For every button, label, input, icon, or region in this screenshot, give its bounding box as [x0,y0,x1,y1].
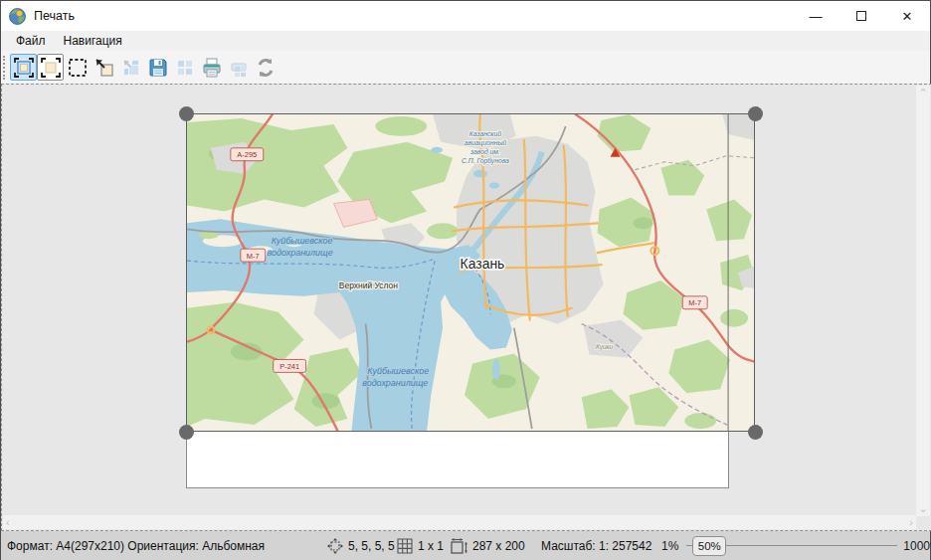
zoom-slider-track[interactable]: 50% [686,531,897,560]
plant-label-line4: С.П. Горбунова [462,157,509,165]
menu-navigation[interactable]: Навигация [57,32,129,50]
reservoir-label-1-line2: водохранилище [268,248,333,258]
print-button[interactable] [198,54,225,81]
globe-icon [9,8,26,25]
print-tiles-icon [227,56,251,80]
menu-bar: Файл Навигация [1,31,930,51]
print-icon [200,56,224,80]
scroll-down-icon[interactable]: ⌄ [915,501,930,516]
margins-status: 5, 5, 5, 5 [327,531,395,560]
resize-handle-bottom-right[interactable] [748,425,763,440]
margins-value: 5, 5, 5, 5 [348,539,395,553]
map-preview[interactable]: А-295 М-7 М-7 Р-241 Казань Верхний Услон… [186,113,755,432]
zoom-min-label: 1% [661,539,678,553]
road-badge-p241: Р-241 [279,362,299,371]
refresh-button[interactable] [252,54,279,81]
print-preview-area: А-295 М-7 М-7 Р-241 Казань Верхний Услон… [1,84,931,531]
zoom-max-label: 1000% [903,539,931,553]
move-region-button[interactable] [91,54,117,81]
print-dialog-window: Печать — ✕ Файл Навигация [0,0,931,560]
reservoir-label-1-line1: Куйбышевское [272,236,333,246]
fit-page-frame-button[interactable] [10,54,37,81]
city-label: Казань [461,256,505,272]
scroll-up-icon[interactable]: ⌃ [915,86,930,100]
scroll-right-icon[interactable]: › [906,515,916,530]
page-size-icon [451,538,467,554]
window-title: Печать [34,9,75,23]
town-label: Верхний Услон [339,280,398,290]
toolbar-grip[interactable] [3,56,7,80]
scroll-left-icon[interactable]: ‹ [3,515,13,530]
village-label: Куики [596,343,614,351]
print-tiles-button[interactable] [225,54,252,81]
scale-label: Масштаб: 1: 257542 [541,531,652,560]
grid-icon [397,538,413,554]
region-select-icon [66,56,90,80]
minimize-button[interactable]: — [793,1,838,31]
size-status: 287 x 200 [451,531,525,560]
move-tiles-button[interactable] [117,54,144,81]
maximize-button[interactable] [838,1,884,31]
status-bar: Формат: A4(297x210) Ориентация: Альбомна… [1,531,930,560]
toolbar [1,51,930,84]
move-region-icon [93,56,116,80]
plant-label-line2: авиационный [465,139,507,147]
reservoir-label-2-line1: Куйбышевское [367,366,429,376]
resize-handle-bottom-left[interactable] [179,425,194,440]
plant-label-line1: Казанский [469,130,501,137]
size-value: 287 x 200 [472,539,525,553]
close-button[interactable]: ✕ [884,1,930,31]
zoom-control: 1% 50% 1000% [661,531,931,560]
menu-file[interactable]: Файл [9,32,53,50]
region-select-button[interactable] [64,54,91,81]
reservoir-label-2-line2: водохранилище [362,378,428,388]
page-frame-icon [39,56,63,80]
grid-value: 1 x 1 [418,539,444,553]
road-badge-m7-east: М-7 [688,298,701,307]
horizontal-scrollbar[interactable]: ‹ › [3,515,916,529]
save-button[interactable] [144,54,171,81]
maximize-icon [856,11,866,21]
resize-handle-top-right[interactable] [748,106,763,121]
zoom-slider-thumb[interactable]: 50% [692,536,726,556]
road-badge-a295: А-295 [237,150,257,159]
format-orientation-label: Формат: A4(297x210) Ориентация: Альбомна… [7,531,265,560]
plant-label-line3: завод им. [469,148,500,155]
margins-icon [327,538,343,554]
vertical-scrollbar[interactable]: ⌃ ⌄ [916,86,930,516]
save-tiles-button[interactable] [171,54,198,81]
refresh-icon [254,56,278,80]
fit-page-frame-icon [12,56,36,80]
title-bar: Печать — ✕ [1,1,930,31]
save-tiles-icon [173,56,197,80]
grid-status: 1 x 1 [397,531,444,560]
save-icon [146,56,170,80]
resize-handle-top-left[interactable] [179,106,194,121]
page-frame-button[interactable] [37,54,64,81]
road-badge-m7-west: М-7 [247,252,260,261]
move-tiles-icon [119,56,143,80]
